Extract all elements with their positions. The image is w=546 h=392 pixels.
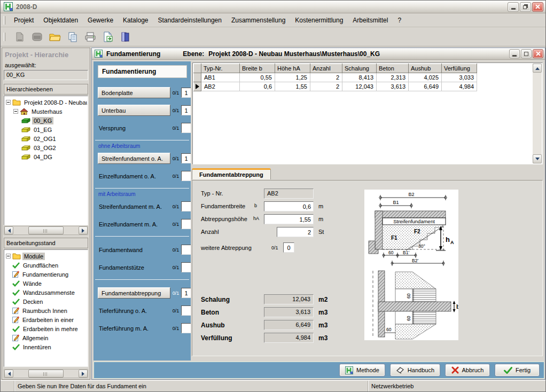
versprung-label[interactable]: Versprung	[98, 125, 170, 131]
module-item-waende[interactable]: Wände	[5, 279, 87, 288]
cell-verfuellung[interactable]: 4,984	[442, 82, 477, 91]
tab-fundamentabtreppung[interactable]: Fundamentabtreppung	[192, 168, 271, 179]
streifenfundament-oa-count-input[interactable]	[181, 153, 191, 163]
streifenfundament-oa-button[interactable]: Streifenfundament o. A.	[98, 153, 170, 164]
streifenfundament-ma-label[interactable]: Streifenfundament m. A.	[98, 203, 170, 210]
scroll-down-button[interactable]	[533, 154, 542, 163]
fundamentstuetze-count-input[interactable]	[181, 262, 191, 272]
collapse-icon[interactable]	[6, 254, 11, 258]
new-document-button[interactable]	[13, 30, 27, 44]
fundamentwand-count-input[interactable]	[181, 245, 191, 255]
tree-item-floor-03og2[interactable]: 03_OG2	[5, 143, 87, 152]
scroll-left-button[interactable]	[4, 226, 13, 234]
menu-item-gewerke[interactable]: Gewerke	[83, 15, 118, 26]
tree-item-floor-01eg[interactable]: 01_EG	[5, 125, 87, 134]
tree-item-project-root[interactable]: Projekt 2008-D - Neubau	[5, 98, 87, 107]
print-button[interactable]	[83, 30, 97, 44]
tree-item-floor-02og1[interactable]: 02_OG1	[5, 134, 87, 143]
abtreppungshoehe-input[interactable]	[264, 214, 314, 224]
export-button[interactable]	[101, 30, 115, 44]
cell-typ-nr[interactable]: AB2	[201, 82, 240, 91]
methode-button[interactable]: Methode	[339, 364, 385, 377]
tieferfuehrung-ma-label[interactable]: Tieferführung m. A.	[98, 325, 170, 332]
cell-anzahl[interactable]: 2	[310, 73, 342, 82]
streifenfundament-ma-count-input[interactable]	[181, 201, 191, 211]
menu-item-kostenermittlung[interactable]: Kostenermittlung	[290, 15, 348, 26]
open-project-button[interactable]	[30, 30, 44, 44]
scroll-thumb[interactable]	[28, 370, 64, 378]
scroll-track[interactable]	[13, 370, 79, 378]
scroll-track[interactable]	[13, 226, 79, 234]
cell-schalung[interactable]: 8,413	[342, 73, 377, 82]
bodenplatte-button[interactable]: Bodenplatte	[98, 87, 170, 98]
fertig-button[interactable]: Fertig	[495, 364, 540, 377]
child-minimize-button[interactable]	[509, 49, 520, 58]
abbruch-button[interactable]: Abbruch	[445, 364, 490, 377]
einzelfundament-ma-label[interactable]: Einzelfundament m. A.	[98, 221, 170, 228]
cell-breite[interactable]: 0,6	[240, 82, 275, 91]
fundamentabtreppung-count-input[interactable]	[181, 288, 191, 298]
weitere-abtreppung-input[interactable]	[283, 242, 294, 253]
cell-hoehe[interactable]: 1,25	[275, 73, 310, 82]
einzelfundament-oa-count-input[interactable]	[181, 171, 191, 181]
collapse-icon[interactable]	[13, 109, 18, 114]
menu-item-hilfe[interactable]: ?	[393, 15, 406, 26]
row-selector[interactable]	[194, 73, 201, 82]
module-item-erdarbeiten-mehreren[interactable]: Erdarbeiten in mehre	[5, 324, 87, 333]
tree-item-building[interactable]: Musterhaus	[5, 107, 87, 116]
table-row-ab1[interactable]: AB1 0,55 1,25 2 8,413 2,313 4,025 3,033	[194, 73, 477, 82]
cell-schalung[interactable]: 12,043	[342, 82, 377, 91]
progress-horizontal-scrollbar[interactable]	[4, 369, 88, 378]
tieferfuehrung-oa-count-input[interactable]	[181, 305, 191, 316]
fundamentabtreppung-button[interactable]: Fundamentabtreppung	[98, 287, 170, 299]
table-row-ab2-selected[interactable]: AB2 0,6 1,55 2 12,043 3,613 6,649 4,984	[194, 82, 477, 91]
menu-item-zusammenstellung[interactable]: Zusammenstellung	[227, 15, 290, 26]
module-item-erdarbeiten-einer[interactable]: Erdarbeiten in einer	[5, 315, 87, 324]
module-item-allgemein[interactable]: Allgemein	[5, 333, 87, 342]
close-button[interactable]	[532, 2, 543, 12]
tree-item-floor-04dg[interactable]: 04_DG	[5, 152, 87, 161]
einzelfundament-oa-label[interactable]: Einzelfundament o. A.	[98, 173, 170, 179]
child-maximize-button[interactable]	[521, 49, 532, 58]
menu-item-arbeitsmittel[interactable]: Arbeitsmittel	[348, 15, 393, 26]
exit-button[interactable]	[119, 30, 132, 44]
scroll-track[interactable]	[533, 73, 542, 154]
scroll-up-button[interactable]	[533, 64, 542, 73]
einzelfundament-ma-count-input[interactable]	[181, 219, 191, 229]
cell-beton[interactable]: 3,613	[377, 82, 409, 91]
cell-anzahl[interactable]: 2	[310, 82, 342, 91]
unterbau-count-input[interactable]	[181, 105, 191, 115]
fundamentwand-label[interactable]: Fundamentwand	[98, 247, 170, 253]
minimize-button[interactable]	[508, 2, 519, 12]
collapse-icon[interactable]	[6, 100, 11, 105]
restore-button[interactable]	[520, 2, 531, 12]
open-folder-button[interactable]	[48, 30, 62, 44]
scroll-right-button[interactable]	[79, 226, 88, 234]
copy-button[interactable]	[66, 30, 80, 44]
fundamentstuetze-label[interactable]: Fundamentstütze	[98, 264, 170, 271]
scroll-thumb[interactable]	[28, 226, 64, 234]
unterbau-button[interactable]: Unterbau	[98, 105, 170, 116]
module-item-raumbuch-innen[interactable]: Raumbuch Innen	[5, 306, 87, 315]
module-item-wandzusammenstellung[interactable]: Wandzusammenste	[5, 288, 87, 297]
bodenplatte-count-input[interactable]	[181, 88, 191, 98]
module-item-grundflaechen[interactable]: Grundflächen	[5, 261, 87, 270]
module-item-decken[interactable]: Decken	[5, 297, 87, 306]
handbuch-button[interactable]: Handbuch	[390, 364, 440, 377]
cell-aushub[interactable]: 4,025	[409, 73, 442, 82]
table-vertical-scrollbar[interactable]	[533, 64, 542, 163]
menu-item-objektdaten[interactable]: Objektdaten	[38, 15, 83, 26]
menu-item-kataloge[interactable]: Kataloge	[118, 15, 153, 26]
versprung-count-input[interactable]	[181, 123, 191, 133]
anzahl-input[interactable]	[277, 227, 314, 237]
cell-typ-nr[interactable]: AB1	[201, 73, 240, 82]
tieferfuehrung-ma-count-input[interactable]	[181, 323, 191, 333]
cell-hoehe[interactable]: 1,55	[275, 82, 310, 91]
hierarchy-horizontal-scrollbar[interactable]	[4, 226, 88, 235]
menu-item-projekt[interactable]: Projekt	[9, 15, 38, 26]
module-item-fundamentierung[interactable]: Fundamentierung	[5, 270, 87, 279]
child-close-button[interactable]	[533, 49, 543, 58]
fundamentbreite-input[interactable]	[264, 201, 314, 211]
tieferfuehrung-oa-label[interactable]: Tieferführung o. A.	[98, 308, 170, 314]
menu-item-standardeinstellungen[interactable]: Standardeinstellungen	[153, 15, 226, 26]
